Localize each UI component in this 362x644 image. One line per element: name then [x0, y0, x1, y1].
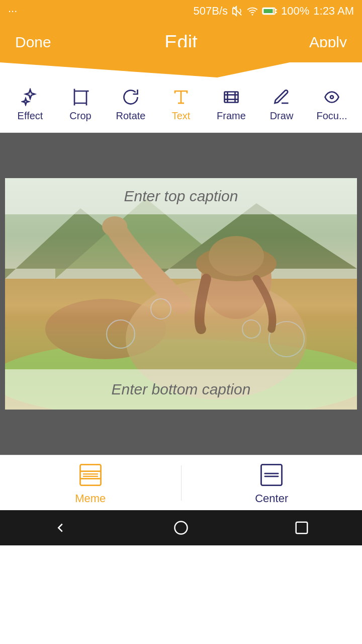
bottom-caption-area[interactable]: Enter bottom caption: [5, 369, 357, 410]
done-button[interactable]: Done: [15, 34, 51, 51]
toolbar-item-effect[interactable]: Effect: [5, 83, 55, 128]
status-bar: ··· 507B/s 100% 1:23 AM: [0, 0, 362, 22]
top-caption-area[interactable]: Enter top caption: [5, 178, 357, 214]
effect-label: Effect: [18, 110, 43, 122]
rotate-icon: [122, 88, 140, 106]
home-button[interactable]: [166, 513, 196, 543]
draw-label: Draw: [270, 110, 294, 122]
main-content: Enter top caption Enter bottom caption: [0, 133, 362, 455]
tab-meme[interactable]: Meme: [0, 455, 181, 510]
battery-level: 100%: [281, 5, 309, 18]
focus-icon: [323, 88, 341, 106]
ellipsis-icon: ···: [8, 5, 17, 18]
frame-label: Frame: [217, 110, 246, 122]
crop-icon: [71, 88, 89, 106]
status-left: ···: [8, 5, 17, 18]
back-button[interactable]: [45, 513, 75, 543]
bottom-caption-text: Enter bottom caption: [112, 381, 251, 398]
recent-button[interactable]: [287, 513, 317, 543]
toolbar: Effect Crop Rotate Text: [0, 77, 362, 133]
svg-point-30: [102, 216, 127, 236]
apply-button[interactable]: Apply: [309, 34, 347, 51]
tab-center[interactable]: Center: [182, 455, 363, 510]
back-icon: [53, 520, 68, 535]
time: 1:23 AM: [313, 5, 354, 18]
toolbar-item-rotate[interactable]: Rotate: [106, 83, 156, 128]
svg-rect-3: [263, 9, 274, 14]
header: Done Edit Apply: [0, 22, 362, 62]
text-icon: [172, 88, 190, 106]
toolbar-item-text[interactable]: Text: [156, 83, 206, 128]
svg-point-18: [330, 96, 333, 99]
nav-bar: [0, 510, 362, 545]
meme-tab-icon: [76, 461, 105, 489]
toolbar-item-draw[interactable]: Draw: [256, 83, 307, 128]
rotate-label: Rotate: [116, 110, 146, 122]
frame-icon: [222, 88, 240, 106]
svg-rect-40: [261, 464, 282, 485]
recent-icon: [294, 520, 309, 535]
effect-icon: [21, 88, 39, 106]
focus-label: Focu...: [316, 110, 347, 122]
crop-label: Crop: [69, 110, 91, 122]
svg-point-29: [209, 236, 264, 276]
svg-rect-6: [74, 91, 86, 103]
svg-rect-44: [296, 522, 308, 534]
center-tab-label: Center: [255, 492, 288, 505]
draw-icon: [273, 88, 291, 106]
page-title: Edit: [164, 32, 197, 53]
mute-icon: [232, 6, 243, 17]
text-label: Text: [172, 110, 191, 122]
svg-rect-35: [80, 464, 101, 485]
home-icon: [173, 520, 189, 535]
network-speed: 507B/s: [194, 5, 228, 18]
svg-point-43: [175, 522, 188, 534]
bottom-tab-bar: Meme Center: [0, 455, 362, 510]
toolbar-item-focus[interactable]: Focu...: [307, 83, 357, 128]
wifi-icon: [247, 6, 258, 17]
svg-rect-13: [225, 92, 238, 103]
image-container: Enter top caption Enter bottom caption: [5, 178, 357, 410]
toolbar-item-frame[interactable]: Frame: [206, 83, 256, 128]
center-tab-icon: [257, 461, 286, 489]
meme-tab-label: Meme: [75, 492, 106, 505]
toolbar-item-crop[interactable]: Crop: [55, 83, 106, 128]
status-right: 507B/s 100% 1:23 AM: [194, 5, 354, 18]
top-caption-text: Enter top caption: [124, 188, 238, 205]
battery-icon: [262, 6, 277, 16]
